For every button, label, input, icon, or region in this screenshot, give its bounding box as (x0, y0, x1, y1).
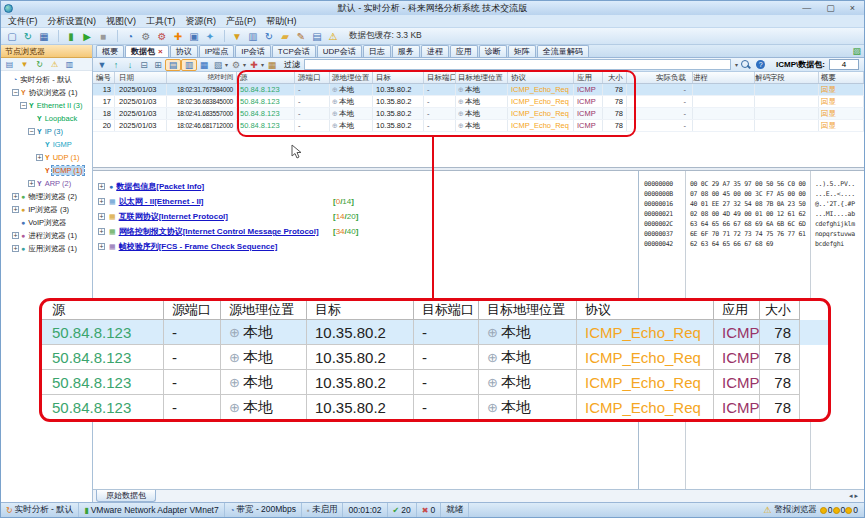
tree-expander-icon[interactable]: − (12, 89, 19, 96)
start-analysis-icon[interactable]: ▶ (79, 29, 95, 43)
node-alarm-icon[interactable]: ⚠ (49, 59, 60, 70)
decode-expander-icon[interactable]: + (98, 243, 105, 250)
decode-item-label[interactable]: 帧校验序列[FCS - Frame Check Sequence] (119, 241, 278, 252)
view-tab[interactable]: 协议 (170, 45, 198, 57)
previous-packet-icon[interactable]: ↑ (109, 59, 123, 71)
view-tab[interactable]: IP会话 (235, 45, 271, 57)
tree-item[interactable]: + ● 应用浏览器 (1) (1, 242, 92, 255)
tab-scroll-right-icon[interactable]: ▸ (854, 492, 860, 499)
decode-item[interactable]: + ▦ 网络控制报文协议[Internet Control Message Pr… (93, 224, 638, 239)
stop-analysis-icon[interactable]: ■ (95, 29, 111, 43)
decode-pane-icon[interactable]: ▥ (181, 59, 197, 71)
node-filter-icon[interactable]: ▼ (19, 59, 30, 70)
view-tab[interactable]: 矩阵 (508, 45, 536, 57)
tree-item[interactable]: ◔ 实时分析 - 默认 (1, 73, 92, 86)
packet-row[interactable]: 18 2025/01/03 18:02:41.683557000 50.84.8… (93, 108, 864, 120)
edit-icon[interactable]: ✎ (293, 29, 309, 43)
decode-item[interactable]: + ▦ 互联网协议[Internet Protocol] [14/20] (93, 209, 638, 224)
tree-expander-icon[interactable]: − (28, 128, 35, 135)
view-tab[interactable]: 诊断 (479, 45, 507, 57)
decode-item-label[interactable]: 网络控制报文协议[Internet Control Message Protoc… (119, 226, 319, 237)
alarm-explorer[interactable]: ⚠ 警报浏览器 0 0 0 (763, 504, 864, 516)
search-icon[interactable] (741, 60, 750, 69)
filter-input[interactable] (304, 59, 731, 70)
tree-item[interactable]: + ● IP浏览器 (3) (1, 203, 92, 216)
view-tab[interactable]: TCP会话 (272, 45, 316, 57)
decode-item-label[interactable]: 互联网协议[Internet Protocol] (119, 211, 228, 222)
column-header[interactable]: 实际负载 (627, 72, 693, 83)
refresh-tree-icon[interactable]: ↻ (34, 59, 45, 70)
decode-expander-icon[interactable]: + (98, 213, 105, 220)
decode-item[interactable]: + ▦ 以太网 - II[Ethernet - II] [0/14] (93, 194, 638, 209)
menu-item[interactable]: 分析设置(N) (43, 15, 102, 28)
decode-item[interactable]: + ▦ 帧校验序列[FCS - Frame Check Sequence] (93, 239, 638, 254)
node-explorer-icon[interactable]: ✦ (202, 29, 218, 43)
decode-expander-icon[interactable]: + (98, 228, 105, 235)
view-tab[interactable]: IP端点 (199, 45, 235, 57)
next-packet-icon[interactable]: ↓ (123, 59, 137, 71)
packet-row[interactable]: 13 2025/01/03 18:02:31.767584000 50.84.8… (93, 84, 864, 96)
tree-expander-icon[interactable]: + (28, 180, 35, 187)
tree-expander-icon[interactable]: + (36, 154, 43, 161)
tab-close-icon[interactable]: × (158, 47, 163, 56)
view-tab[interactable]: UDP会话 (317, 45, 362, 57)
packet-row[interactable]: 20 2025/01/03 18:02:46.681712000 50.84.8… (93, 120, 864, 132)
tree-expander-icon[interactable]: + (12, 193, 19, 200)
packet-folder-icon[interactable]: ▰ (277, 29, 293, 43)
decode-expander-icon[interactable]: + (98, 183, 105, 190)
view-tab[interactable]: 全流量解码 (537, 45, 589, 57)
collapse-all-icon[interactable]: ⊟ (137, 59, 151, 71)
tree-item[interactable]: + Y ARP (2) (1, 177, 92, 190)
column-header[interactable]: 目标端口 (424, 72, 456, 83)
menu-item[interactable]: 视图(V) (101, 15, 141, 28)
column-header[interactable]: 编号 (93, 72, 115, 83)
minimize-button[interactable]: — (802, 3, 811, 13)
decode-item[interactable]: + ● 数据包信息[Packet Info] (93, 179, 638, 194)
adapter-icon[interactable]: ▮ (63, 29, 79, 43)
tree-item[interactable]: − Y 协议浏览器 (1) (1, 86, 92, 99)
decode-item-label[interactable]: 以太网 - II[Ethernet - II] (119, 196, 204, 207)
column-header[interactable]: 进程 (693, 72, 755, 83)
column-header[interactable]: 绝对时间 (167, 72, 237, 83)
new-view-icon[interactable]: ▣ (186, 29, 202, 43)
task-settings-icon[interactable]: ⚙ (154, 29, 170, 43)
column-header[interactable]: 日期 (115, 72, 167, 83)
view-tab[interactable]: 概要 (96, 45, 124, 57)
packet-row[interactable]: 17 2025/01/03 18:02:36.683845000 50.84.8… (93, 96, 864, 108)
options-icon[interactable]: ⚙ (138, 29, 154, 43)
report-icon[interactable]: ▤ (309, 29, 325, 43)
tree-item[interactable]: − Y IP (3) (1, 125, 92, 138)
column-header[interactable]: 源地理位置 (330, 72, 373, 83)
column-header[interactable]: 目标地理位置 (456, 72, 508, 83)
replay-analysis-icon[interactable]: ↻ (20, 29, 36, 43)
decode-item-label[interactable]: 数据包信息[Packet Info] (116, 181, 204, 192)
tree-item[interactable]: Y IGMP (1, 138, 92, 151)
add-filter-icon[interactable]: ✚ (170, 29, 186, 43)
tree-expander-icon[interactable]: + (12, 232, 19, 239)
menu-item[interactable]: 资源(R) (181, 15, 222, 28)
raw-packets-tab[interactable]: 原始数据包 (96, 490, 156, 502)
tree-expander-icon[interactable]: + (12, 245, 19, 252)
tree-item[interactable]: + ● 进程浏览器 (1) (1, 229, 92, 242)
save-packets-icon[interactable]: ▦ (265, 59, 279, 71)
expand-all-icon[interactable]: ⊞ (151, 59, 165, 71)
column-header[interactable]: 源 (237, 72, 295, 83)
new-project-icon[interactable]: ▢ (4, 29, 20, 43)
tree-expander-icon[interactable]: − (20, 102, 27, 109)
menu-item[interactable]: 工具(T) (141, 15, 181, 28)
hex-pane-icon[interactable]: ▦ (197, 59, 211, 71)
column-header[interactable]: 目标 (373, 72, 424, 83)
view-tab[interactable]: 应用 (450, 45, 478, 57)
display-settings-icon[interactable]: ⚙▾ (229, 59, 247, 71)
view-tab[interactable]: 服务 (392, 45, 420, 57)
export-packets-icon[interactable]: ▼ (95, 59, 109, 71)
tree-item[interactable]: − Y Ethernet II (3) (1, 99, 92, 112)
help-icon[interactable] (756, 60, 765, 69)
traffic-chart-icon[interactable]: ▥ (245, 29, 261, 43)
tab-options-icon[interactable]: ▨ (852, 46, 861, 56)
column-header[interactable]: 协议 (508, 72, 574, 83)
close-button[interactable]: × (850, 3, 855, 13)
refresh-icon[interactable]: ↻ (261, 29, 277, 43)
view-tab[interactable]: 进程 (421, 45, 449, 57)
save-icon[interactable]: ▦ (36, 29, 52, 43)
